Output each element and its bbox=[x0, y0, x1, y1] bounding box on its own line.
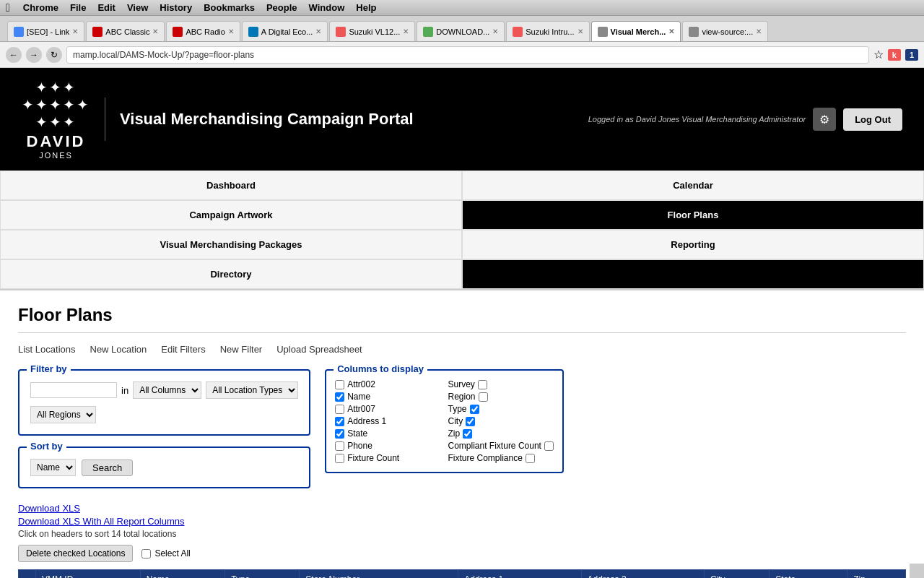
chrome-tab-bar: [SEO] - Link ✕ ABC Classic ✕ ABC Radio ✕… bbox=[0, 16, 924, 42]
apple-icon[interactable]:  bbox=[6, 1, 10, 14]
menu-window[interactable]: Window bbox=[309, 2, 345, 13]
settings-button[interactable]: ⚙ bbox=[813, 108, 836, 131]
filter-text-input[interactable] bbox=[30, 382, 117, 398]
tab-suzuki1[interactable]: Suzuki VL12... ✕ bbox=[329, 21, 415, 41]
logout-button[interactable]: Log Out bbox=[843, 108, 902, 131]
filter-region-select[interactable]: All Regions bbox=[30, 406, 96, 423]
menu-people[interactable]: People bbox=[266, 2, 297, 13]
col-phone-checkbox[interactable] bbox=[335, 441, 344, 451]
col-survey-checkbox[interactable] bbox=[478, 380, 487, 389]
tab-close-icon[interactable]: ✕ bbox=[315, 27, 321, 35]
menu-bookmarks[interactable]: Bookmarks bbox=[204, 2, 255, 13]
bookmark-icon[interactable]: ☆ bbox=[873, 48, 884, 61]
tab-abc-classic[interactable]: ABC Classic ✕ bbox=[86, 21, 165, 41]
sort-field-select[interactable]: Name bbox=[30, 459, 76, 476]
tab-close-icon[interactable]: ✕ bbox=[72, 27, 78, 35]
col-header-state[interactable]: State bbox=[770, 570, 847, 579]
filter-type-select[interactable]: All Location Types bbox=[206, 381, 298, 399]
download-xls-all-link[interactable]: Download XLS With All Report Columns bbox=[18, 516, 906, 527]
col-header-address1[interactable]: Address 1 bbox=[458, 570, 581, 579]
col-city-checkbox[interactable] bbox=[466, 417, 475, 426]
tab-download[interactable]: DOWNLOAD... ✕ bbox=[417, 21, 505, 41]
delete-checked-button[interactable]: Delete checked Locations bbox=[18, 545, 133, 562]
header-right: Logged in as David Jones Visual Merchand… bbox=[588, 108, 902, 131]
col-address1-checkbox[interactable] bbox=[335, 417, 344, 426]
col-compliant-fixture: Compliant Fixture Count bbox=[448, 441, 554, 451]
tab-visual-merch[interactable]: Visual Merch... ✕ bbox=[591, 21, 681, 41]
page-title: Floor Plans bbox=[18, 305, 906, 333]
col-attr007-label: Attr007 bbox=[347, 404, 375, 414]
col-compliant-fixture-checkbox[interactable] bbox=[544, 441, 554, 451]
tab-edit-filters[interactable]: Edit Filters bbox=[161, 344, 205, 355]
nav-campaign-artwork[interactable]: Campaign Artwork bbox=[0, 200, 462, 230]
col-header-zip[interactable]: Zip bbox=[847, 570, 906, 579]
menu-file[interactable]: File bbox=[70, 2, 86, 13]
tab-suzuki2[interactable]: Suzuki Intru... ✕ bbox=[506, 21, 589, 41]
filter-sort-stack: Filter by in All Columns All Location Ty… bbox=[18, 369, 310, 488]
menu-edit[interactable]: Edit bbox=[97, 2, 116, 13]
tab-close-icon[interactable]: ✕ bbox=[578, 27, 583, 35]
reload-button[interactable]: ↻ bbox=[46, 47, 62, 63]
nav-vm-packages[interactable]: Visual Merchandising Packages bbox=[0, 230, 462, 259]
tab-label: Suzuki VL12... bbox=[349, 27, 400, 36]
menu-chrome[interactable]: Chrome bbox=[23, 2, 58, 13]
col-header-name[interactable]: Name bbox=[140, 570, 225, 579]
col-type-checkbox[interactable] bbox=[470, 405, 479, 414]
tab-close-icon[interactable]: ✕ bbox=[668, 27, 674, 35]
tab-close-icon[interactable]: ✕ bbox=[492, 27, 498, 35]
k-extension-icon[interactable]: k bbox=[888, 49, 901, 61]
tab-view-source[interactable]: view-source:... ✕ bbox=[682, 21, 768, 41]
nav-reporting[interactable]: Reporting bbox=[462, 230, 924, 259]
tab-abc-radio[interactable]: ABC Radio ✕ bbox=[166, 21, 240, 41]
filter-row-2: All Regions bbox=[30, 406, 298, 423]
back-button[interactable]: ← bbox=[6, 47, 22, 63]
col-fixture-compliance-checkbox[interactable] bbox=[526, 454, 535, 463]
url-bar[interactable]: mamp.local/DAMS-Mock-Up/?page=floor-plan… bbox=[66, 46, 869, 64]
col-fixture-count-checkbox[interactable] bbox=[335, 454, 344, 463]
nav-calendar[interactable]: Calendar bbox=[462, 171, 924, 200]
nav-directory[interactable]: Directory bbox=[0, 259, 462, 289]
menu-history[interactable]: History bbox=[160, 2, 192, 13]
nav-dashboard[interactable]: Dashboard bbox=[0, 171, 462, 200]
col-name: Name bbox=[335, 392, 440, 402]
tab-new-filter[interactable]: New Filter bbox=[220, 344, 263, 355]
tab-new-location[interactable]: New Location bbox=[90, 344, 147, 355]
search-button[interactable]: Search bbox=[82, 460, 133, 476]
col-state-checkbox[interactable] bbox=[335, 429, 344, 439]
tab-close-icon[interactable]: ✕ bbox=[756, 27, 762, 35]
page-content: Floor Plans List Locations New Location … bbox=[0, 290, 924, 578]
tab-list-locations[interactable]: List Locations bbox=[18, 344, 76, 355]
menu-help[interactable]: Help bbox=[356, 2, 376, 13]
col-region-checkbox[interactable] bbox=[479, 392, 488, 402]
tab-label: A Digital Eco... bbox=[261, 27, 313, 36]
mac-bar:  Chrome File Edit View History Bookmark… bbox=[0, 0, 924, 16]
tab-close-icon[interactable]: ✕ bbox=[403, 27, 409, 35]
col-header-vmm-id[interactable]: VMM ID bbox=[36, 570, 141, 579]
tab-upload-spreadsheet[interactable]: Upload Spreadsheet bbox=[276, 344, 362, 355]
col-header-type[interactable]: Type bbox=[225, 570, 300, 579]
table-head: VMM ID Name Type Store Number Address 1 … bbox=[19, 570, 906, 579]
nav-floor-plans[interactable]: Floor Plans bbox=[462, 200, 924, 230]
col-name-checkbox[interactable] bbox=[335, 392, 344, 402]
tab-close-icon[interactable]: ✕ bbox=[152, 27, 158, 35]
col-attr007-checkbox[interactable] bbox=[335, 405, 344, 414]
1-extension-icon[interactable]: 1 bbox=[905, 49, 918, 61]
col-attr002-checkbox[interactable] bbox=[335, 380, 344, 389]
col-name-label: Name bbox=[347, 392, 370, 402]
col-city: City bbox=[448, 416, 554, 426]
columns-panel: Columns to display Attr002 Survey Name R… bbox=[325, 369, 564, 473]
col-state-label: State bbox=[347, 428, 367, 439]
tab-close-icon[interactable]: ✕ bbox=[228, 27, 234, 35]
forward-button[interactable]: → bbox=[26, 47, 42, 63]
filter-column-select[interactable]: All Columns bbox=[133, 381, 201, 399]
download-xls-link[interactable]: Download XLS bbox=[18, 503, 906, 514]
col-header-city[interactable]: City bbox=[704, 570, 769, 579]
logged-in-text: Logged in as David Jones Visual Merchand… bbox=[588, 115, 806, 124]
menu-view[interactable]: View bbox=[127, 2, 148, 13]
select-all-checkbox[interactable] bbox=[141, 549, 151, 558]
col-header-store-number[interactable]: Store Number bbox=[300, 570, 458, 579]
col-zip-checkbox[interactable] bbox=[463, 429, 472, 439]
tab-seo[interactable]: [SEO] - Link ✕ bbox=[7, 21, 84, 41]
col-header-address2[interactable]: Address 2 bbox=[581, 570, 704, 579]
tab-digital[interactable]: A Digital Eco... ✕ bbox=[242, 21, 328, 41]
